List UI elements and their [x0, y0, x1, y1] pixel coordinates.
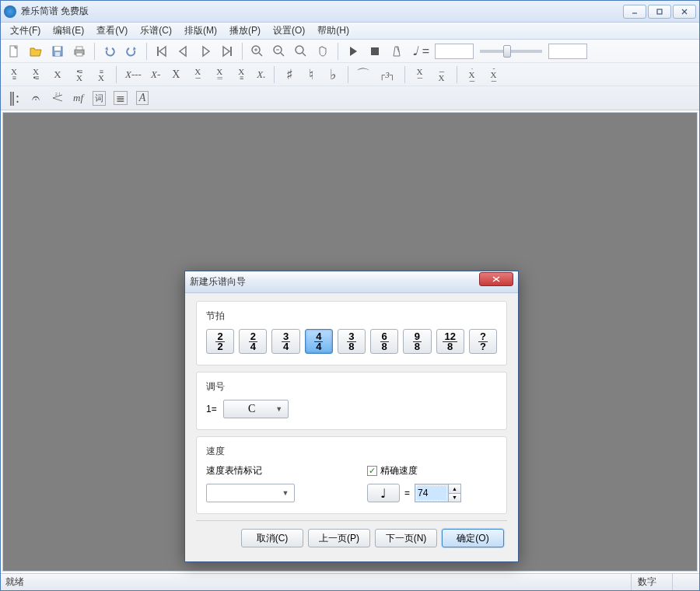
svg-rect-1: [657, 9, 662, 14]
svg-rect-10: [76, 53, 82, 56]
menu-score[interactable]: 乐谱(C): [134, 23, 178, 39]
print-icon[interactable]: [69, 42, 89, 61]
time-sig-?-?[interactable]: ??: [469, 329, 497, 354]
oct-3[interactable]: ·X─: [462, 65, 482, 84]
stop-icon[interactable]: [365, 42, 385, 61]
oct-2[interactable]: ─X: [432, 65, 452, 84]
time-sig-2-4[interactable]: 24: [239, 329, 267, 354]
menubar: 文件(F) 编辑(E) 查看(V) 乐谱(C) 排版(M) 播放(P) 设置(O…: [1, 23, 699, 40]
svg-rect-22: [371, 47, 379, 55]
zoom-in-icon[interactable]: [247, 42, 268, 61]
open-file-icon[interactable]: [26, 42, 46, 61]
svg-point-20: [296, 46, 303, 54]
tempo-value-input[interactable]: [415, 484, 448, 502]
triplet-icon[interactable]: ┌3┐: [375, 65, 399, 84]
new-file-icon[interactable]: [4, 42, 24, 61]
menu-layout[interactable]: 排版(M): [178, 23, 223, 39]
menu-edit[interactable]: 编辑(E): [47, 23, 90, 39]
tempo-input-2[interactable]: [548, 44, 587, 59]
next-page-icon[interactable]: [195, 42, 215, 61]
spinner-up[interactable]: ▲: [449, 484, 460, 494]
prev-page-icon[interactable]: [173, 42, 194, 61]
redo-icon[interactable]: [121, 42, 142, 61]
titlebar: 雅乐简谱 免费版: [1, 1, 699, 23]
first-page-icon[interactable]: [152, 42, 172, 61]
app-icon: [4, 5, 16, 18]
time-sig-3-4[interactable]: 34: [271, 329, 299, 354]
note-len-3[interactable]: X: [166, 65, 186, 84]
minimize-button[interactable]: [623, 5, 646, 19]
expression-dropdown[interactable]: ▼: [206, 484, 295, 502]
menu-settings[interactable]: 设置(O): [267, 23, 311, 39]
tempo-slider[interactable]: [480, 50, 542, 53]
menu-view[interactable]: 查看(V): [90, 23, 134, 39]
tempo-note-button[interactable]: ♩: [367, 484, 400, 502]
note-len-1[interactable]: X---: [121, 65, 145, 84]
font-icon[interactable]: A: [132, 89, 152, 107]
flat-icon[interactable]: ♭: [323, 65, 343, 84]
note-len-2[interactable]: X-: [147, 65, 164, 84]
natural-icon[interactable]: ♮: [301, 65, 321, 84]
ok-button[interactable]: 确定(O): [442, 529, 504, 547]
panel-beat: 节拍 22243444386898128??: [196, 301, 507, 365]
precise-tempo-checkbox[interactable]: ✓: [367, 466, 377, 476]
note-len-6[interactable]: X≡: [231, 65, 251, 84]
last-page-icon[interactable]: [217, 42, 237, 61]
note-dotted[interactable]: X.: [253, 65, 269, 84]
time-sig-6-8[interactable]: 68: [370, 329, 398, 354]
toolbars: ♩ = X≡ X•≡ X •≡X ≡X X--- X- X X─ X═ X≡ X…: [1, 40, 699, 110]
dialog-titlebar: 新建乐谱向导: [185, 271, 518, 293]
time-sig-2-2[interactable]: 22: [206, 329, 234, 354]
note-len-5[interactable]: X═: [209, 65, 229, 84]
menu-help[interactable]: 帮助(H): [311, 23, 355, 39]
prev-button[interactable]: 上一页(P): [308, 529, 370, 547]
toolbar-notes: X≡ X•≡ X •≡X ≡X X--- X- X X─ X═ X≡ X. ♯ …: [1, 63, 699, 86]
note-dur-2[interactable]: X•≡: [26, 65, 46, 84]
svg-rect-7: [55, 52, 60, 56]
repeat-icon[interactable]: ‖:: [4, 89, 24, 107]
note-dur-3[interactable]: X: [47, 65, 68, 84]
crescendo-icon[interactable]: 2 1: [47, 89, 68, 107]
dialog-title: 新建乐谱向导: [190, 275, 479, 289]
dialog-close-button[interactable]: [479, 272, 513, 286]
sharp-icon[interactable]: ♯: [279, 65, 299, 84]
undo-icon[interactable]: [100, 42, 120, 61]
oct-4[interactable]: ··X─: [484, 65, 504, 84]
oct-1[interactable]: X─: [410, 65, 430, 84]
main-window: 雅乐简谱 免费版 文件(F) 编辑(E) 查看(V) 乐谱(C) 排版(M) 播…: [0, 0, 700, 591]
menu-file[interactable]: 文件(F): [4, 23, 47, 39]
time-sig-4-4[interactable]: 44: [305, 329, 333, 354]
note-dur-4[interactable]: •≡X: [69, 65, 89, 84]
label-beat: 节拍: [206, 309, 497, 323]
note-dur-5[interactable]: ≡X: [91, 65, 111, 84]
text-block-icon[interactable]: ≣: [110, 89, 131, 107]
zoom-out-icon[interactable]: [269, 42, 289, 61]
lyrics-icon[interactable]: 词: [89, 89, 109, 107]
wizard-dialog: 新建乐谱向导 节拍 22243444386898128?? 调号 1= C: [184, 271, 519, 562]
toolbar-extra: ‖: 𝄐 2 1 mf 词 ≣ A: [1, 86, 699, 110]
metronome-icon[interactable]: [387, 42, 407, 61]
equals-sign: =: [404, 488, 410, 498]
cancel-button[interactable]: 取消(C): [241, 529, 303, 547]
tempo-spinner[interactable]: ▲ ▼: [415, 484, 461, 502]
maximize-button[interactable]: [648, 5, 671, 19]
key-dropdown[interactable]: C ▼: [223, 400, 289, 418]
close-button[interactable]: [673, 5, 696, 19]
next-button[interactable]: 下一页(N): [375, 529, 437, 547]
play-icon[interactable]: [343, 42, 363, 61]
fermata-icon[interactable]: 𝄐: [26, 89, 46, 107]
pan-icon[interactable]: [313, 42, 333, 61]
time-sig-12-8[interactable]: 128: [436, 329, 464, 354]
time-sig-9-8[interactable]: 98: [403, 329, 431, 354]
spinner-down[interactable]: ▼: [449, 494, 460, 502]
tempo-input[interactable]: [435, 44, 474, 59]
note-len-4[interactable]: X─: [187, 65, 208, 84]
key-prefix: 1=: [206, 404, 217, 414]
time-sig-3-8[interactable]: 38: [338, 329, 366, 354]
menu-play[interactable]: 播放(P): [223, 23, 267, 39]
note-dur-1[interactable]: X≡: [4, 65, 24, 84]
zoom-fit-icon[interactable]: [291, 42, 311, 61]
dynamics-icon[interactable]: mf: [69, 89, 87, 107]
save-icon[interactable]: [47, 42, 68, 61]
tie-icon[interactable]: ⌒: [353, 65, 373, 84]
